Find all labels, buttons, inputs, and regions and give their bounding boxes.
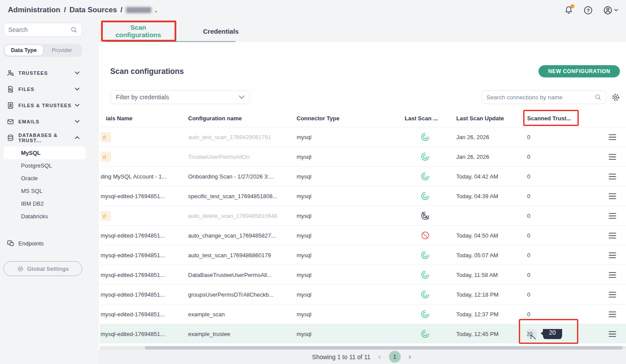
configuration-name-cell[interactable]: groupsUserPermsDTrAllCheckb... <box>188 291 297 298</box>
configuration-name-cell[interactable]: specific_test_scan_17694851808... <box>188 193 297 200</box>
row-actions-cell <box>604 331 626 337</box>
pagination-page-1[interactable]: 1 <box>389 351 401 363</box>
table-row[interactable]: mysql-edited-17694851...DataBaseTrusteeU… <box>100 265 626 284</box>
sidebar-item-postgresql[interactable]: PostgreSQL <box>0 159 86 172</box>
table-row[interactable]: dauto_test_scan_1769429081791mysql Jan 2… <box>100 127 626 147</box>
help-icon[interactable]: ? <box>584 6 593 15</box>
credentials-name-cell: d <box>100 211 188 221</box>
last-scan-update-cell: Today, 04:39 AM <box>456 193 527 200</box>
column-last-scan-update[interactable]: Last Scan Update <box>456 115 527 122</box>
sidebar-item-oracle[interactable]: Oracle <box>0 172 86 185</box>
row-menu-icon[interactable] <box>608 331 626 337</box>
sidebar-item-emails[interactable]: EMAILS <box>0 113 86 130</box>
table-row[interactable]: ding MySQL Account - 1...Onboarding Scan… <box>100 166 626 186</box>
cursor-icon <box>530 335 537 339</box>
row-menu-icon[interactable] <box>608 291 626 298</box>
configuration-name-cell[interactable]: example_scan <box>188 311 297 318</box>
row-menu-icon[interactable] <box>608 311 626 318</box>
notifications-bell-icon[interactable] <box>564 6 573 14</box>
column-credentials-name[interactable]: ials Name <box>100 115 188 122</box>
table-row[interactable]: mysql-edited-17694851...example_trusteem… <box>100 324 626 343</box>
tab-bar: Scan configurations Credentials <box>99 20 626 42</box>
connector-type-cell: mysql <box>297 331 405 337</box>
sidebar-item-ibm-db2[interactable]: IBM DB2 <box>0 197 86 210</box>
table-row[interactable]: mysql-edited-17694851...groupsUserPermsD… <box>100 284 626 304</box>
tab-scan-configurations[interactable]: Scan configurations <box>110 24 166 38</box>
scanned-trustees-cell: 0 <box>527 272 604 278</box>
filter-by-credentials-select[interactable]: Filter by credentials <box>110 90 250 104</box>
search-icon <box>70 26 77 33</box>
new-configuration-button[interactable]: NEW CONFIGURATION <box>539 65 620 77</box>
table-row[interactable]: mysql-edited-17694851...auto_test_scan_1… <box>100 245 626 265</box>
connector-type-cell: mysql <box>297 173 405 180</box>
pagination-prev-icon[interactable]: ‹ <box>377 352 383 361</box>
configuration-name-cell[interactable]: auto_test_scan_1769429081791 <box>188 134 297 140</box>
scan-status-ok-icon <box>420 132 456 142</box>
pagination-next-icon[interactable]: › <box>407 352 413 361</box>
row-actions-cell <box>604 252 626 259</box>
scan-status-ok-icon <box>420 152 456 161</box>
sidebar-item-ms-sql[interactable]: MS SQL <box>0 185 86 197</box>
sidebar-search[interactable] <box>3 23 82 37</box>
configuration-name-cell[interactable]: Onboarding Scan - 1/27/2026 3:... <box>188 173 297 180</box>
connector-type-cell: mysql <box>297 154 405 160</box>
row-menu-icon[interactable] <box>608 154 626 160</box>
scanned-count-tooltip: 20 <box>543 329 562 339</box>
scan-status-blocked-icon <box>420 231 456 240</box>
breadcrumb-redacted-source <box>126 7 151 13</box>
configuration-name-cell[interactable]: DataBaseTrusteeUserPermsAll... <box>188 272 297 278</box>
configuration-name-cell[interactable]: auto_delete_scan_1769485810648 <box>188 213 297 219</box>
toggle-data-type[interactable]: Data Type <box>5 45 43 56</box>
column-scanned-trustees[interactable]: Scanned Trust... <box>527 115 604 122</box>
datatype-provider-toggle: Data Type Provider <box>3 44 82 57</box>
last-scan-update-cell: Today, 05:07 AM <box>456 252 527 259</box>
last-scan-status-cell <box>405 329 456 339</box>
sidebar-item-databricks[interactable]: Databricks <box>0 210 86 223</box>
configuration-name-cell[interactable]: auto_test_scan_1769486860179 <box>188 252 297 259</box>
table-settings-gear-icon[interactable] <box>612 93 620 102</box>
configuration-name-cell[interactable]: auto_change_scan_1769485827... <box>188 232 297 239</box>
connections-search[interactable] <box>482 90 606 104</box>
row-menu-icon[interactable] <box>608 193 626 200</box>
user-menu-icon[interactable] <box>603 6 618 15</box>
sidebar-item-mysql[interactable]: MySQL <box>3 147 86 159</box>
gear-icon <box>17 266 24 272</box>
row-menu-icon[interactable] <box>608 272 626 278</box>
row-menu-icon[interactable] <box>608 213 626 219</box>
table-row[interactable]: mysql-edited-17694851...example_scanmysq… <box>100 304 626 324</box>
sidebar-search-input[interactable] <box>8 26 70 33</box>
last-scan-status-cell <box>405 211 456 220</box>
row-actions-cell <box>604 173 626 180</box>
breadcrumb-data-sources[interactable]: Data Sources <box>70 6 117 14</box>
table-row[interactable]: mysql-edited-17694851...auto_change_scan… <box>100 225 626 245</box>
column-configuration-name[interactable]: Configuration name <box>188 115 297 122</box>
horizontal-scrollbar-thumb[interactable] <box>145 346 623 350</box>
sidebar-item-trustees[interactable]: TRUSTEES <box>0 65 86 81</box>
table-row[interactable]: dTrusteeUserPermsAllOnmysql Jan 26, 2026… <box>100 147 626 166</box>
table-row[interactable]: dauto_delete_scan_1769485810648mysql 0 <box>100 206 626 225</box>
row-menu-icon[interactable] <box>608 252 626 259</box>
table-row[interactable]: mysql-edited-17694851...specific_test_sc… <box>100 186 626 206</box>
configuration-name-cell[interactable]: example_trustee <box>188 331 297 337</box>
sidebar-item-databases-trust[interactable]: DATABASES & TRUST... <box>0 130 86 146</box>
connections-search-input[interactable] <box>486 94 595 101</box>
row-menu-icon[interactable] <box>608 134 626 140</box>
last-scan-update-cell: Jan 26, 2026 <box>456 134 527 140</box>
files-trustees-icon <box>7 102 14 109</box>
scanned-trustees-cell: 0 <box>527 311 604 318</box>
sidebar-item-files-trustees[interactable]: FILES & TRUSTEES <box>0 97 86 113</box>
column-connector-type[interactable]: Connector Type <box>297 115 405 122</box>
sidebar-item-files[interactable]: FILES <box>0 81 86 97</box>
sidebar-item-endpoints[interactable]: Endpoints <box>0 237 86 250</box>
configuration-name-cell[interactable]: TrusteeUserPermsAllOn <box>188 154 297 160</box>
toggle-provider[interactable]: Provider <box>43 45 81 56</box>
horizontal-scrollbar-track[interactable] <box>100 346 626 350</box>
breadcrumb-administration[interactable]: Administration <box>8 6 60 14</box>
global-settings-button[interactable]: Global Settings <box>3 261 82 276</box>
scanned-trustees-cell: 0 <box>527 154 604 160</box>
row-menu-icon[interactable] <box>608 173 626 180</box>
column-last-scan[interactable]: Last Scan ... <box>405 115 456 122</box>
row-menu-icon[interactable] <box>608 232 626 239</box>
tab-credentials[interactable]: Credentials <box>203 28 239 35</box>
table-body: dauto_test_scan_1769429081791mysql Jan 2… <box>100 127 626 343</box>
